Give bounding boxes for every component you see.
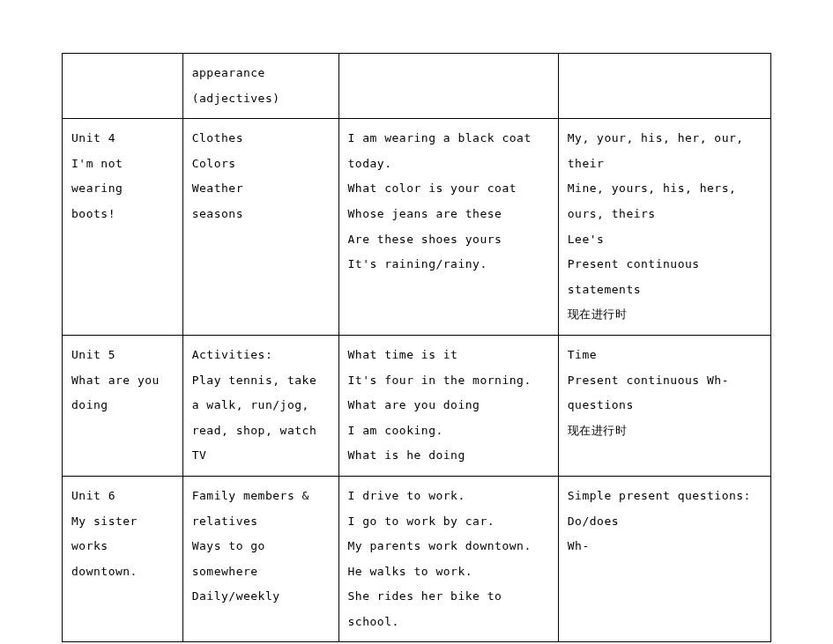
cell-line: What is he doing [348, 443, 549, 469]
cell-line: Play tennis, take a walk, run/jog, read,… [192, 368, 330, 469]
cell-line: What time is it [348, 343, 549, 368]
grammar-cell: My, your, his, her, our, their Mine, you… [558, 119, 770, 336]
sentences-cell [338, 54, 558, 119]
topics-cell: Family members & relatives Ways to go so… [182, 476, 338, 642]
cell-line: Simple present questions: [568, 484, 762, 509]
grammar-cell: Simple present questions: Do/does Wh- [558, 476, 770, 642]
unit-cell: Unit 6 My sister works downtown. [63, 476, 183, 642]
cell-line: Unit 6 [71, 484, 174, 509]
cell-line: (adjectives) [192, 86, 330, 112]
cell-line: seasons [192, 202, 330, 227]
table-row: Unit 5 What are you doing Activities: Pl… [63, 335, 771, 476]
grammar-cell: Time Present continuous Wh-questions 现在进… [558, 335, 770, 476]
cell-line: Present continuous Wh-questions [568, 368, 762, 418]
topics-cell: Activities: Play tennis, take a walk, ru… [182, 335, 338, 476]
sentences-cell: I drive to work. I go to work by car. My… [338, 476, 558, 642]
table-row: Unit 6 My sister works downtown. Family … [63, 476, 771, 642]
curriculum-table: appearance (adjectives) Unit 4 I'm not w… [62, 53, 771, 642]
cell-line: Family members & relatives [192, 484, 330, 534]
cell-line: My, your, his, her, our, their [568, 126, 762, 176]
cell-line: Present continuous statements [568, 252, 762, 302]
cell-line: Unit 5 [71, 343, 174, 368]
sentences-cell: I am wearing a black coat today. What co… [338, 119, 558, 336]
cell-line: What are you doing [71, 368, 174, 418]
cell-line: Clothes [192, 126, 330, 152]
cell-line: Time [568, 343, 762, 368]
cell-line: Ways to go somewhere [192, 534, 330, 584]
topics-cell: appearance (adjectives) [182, 54, 338, 119]
cell-line: Are these shoes yours [348, 227, 549, 253]
cell-line: What color is your coat [348, 176, 549, 202]
cell-line: Do/does [568, 509, 762, 535]
cell-line: I am cooking. [348, 418, 549, 444]
unit-cell: Unit 5 What are you doing [63, 335, 183, 476]
cell-line: 现在进行时 [568, 418, 762, 444]
cell-line: Lee's [568, 227, 762, 253]
cell-line: Activities: [192, 343, 330, 368]
cell-line: It's raining/rainy. [348, 252, 549, 278]
unit-cell: Unit 4 I'm not wearing boots! [63, 119, 183, 336]
cell-line: I go to work by car. [348, 509, 549, 535]
cell-line: Wh- [568, 534, 762, 559]
topics-cell: Clothes Colors Weather seasons [182, 119, 338, 336]
cell-line: appearance [192, 61, 330, 86]
cell-line: I am wearing a black coat today. [348, 126, 549, 176]
table-row: appearance (adjectives) [63, 54, 771, 119]
table-row: Unit 4 I'm not wearing boots! Clothes Co… [63, 119, 771, 336]
cell-line: What are you doing [348, 393, 549, 418]
cell-line: Weather [192, 176, 330, 202]
cell-line: Mine, yours, his, hers, ours, theirs [568, 176, 762, 226]
cell-line: It's four in the morning. [348, 368, 549, 394]
cell-line: Colors [192, 152, 330, 177]
cell-line: 现在进行时 [568, 302, 762, 328]
cell-line: My sister works downtown. [71, 509, 174, 585]
grammar-cell [558, 54, 770, 119]
cell-line: He walks to work. [348, 559, 549, 585]
cell-line: Daily/weekly [192, 584, 330, 610]
cell-line: I drive to work. [348, 484, 549, 509]
unit-cell [63, 54, 183, 119]
sentences-cell: What time is it It's four in the morning… [338, 335, 558, 476]
cell-line: She rides her bike to school. [348, 584, 549, 634]
cell-line: Unit 4 [71, 126, 174, 152]
cell-line: I'm not wearing boots! [71, 152, 174, 227]
cell-line: Whose jeans are these [348, 202, 549, 227]
cell-line: My parents work downtown. [348, 534, 549, 559]
